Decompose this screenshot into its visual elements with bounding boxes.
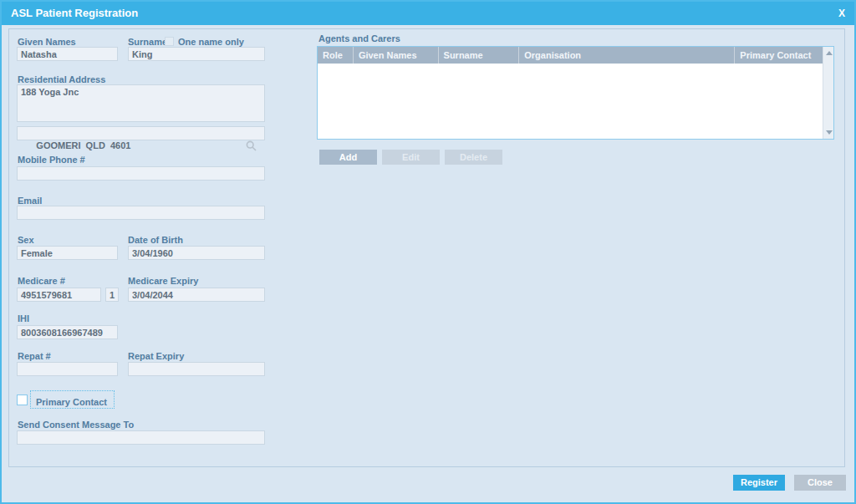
residential-address-input[interactable]: 188 Yoga Jnc [17,84,265,122]
primary-contact-focus-box: Primary Contact [30,390,115,409]
surname-label: Surname [128,37,167,47]
titlebar: ASL Patient Registration X [2,2,854,25]
medicare-irn-input[interactable] [105,288,119,302]
medicare-number-label: Medicare # [18,276,65,286]
repat-number-input[interactable] [17,362,118,376]
patient-registration-dialog: ASL Patient Registration X Given Names S… [0,0,856,504]
column-header-surname: Surname [439,47,520,64]
repat-expiry-input[interactable] [128,362,265,376]
medicare-number-input[interactable] [17,288,101,302]
one-name-only-checkbox[interactable] [165,37,174,46]
surname-input[interactable] [128,47,265,61]
agents-carers-body [318,64,823,139]
address-locality-field[interactable]: GOOMERI QLD 4601 [17,126,265,140]
medicare-expiry-input[interactable] [128,288,265,302]
edit-button[interactable]: Edit [382,150,440,165]
ihi-label: IHI [18,313,29,323]
send-consent-label: Send Consent Message To [18,420,134,430]
column-header-role: Role [318,47,354,64]
sex-label: Sex [18,235,34,245]
add-button[interactable]: Add [319,150,377,165]
send-consent-input[interactable] [17,430,265,445]
table-scrollbar[interactable] [823,47,833,139]
repat-number-label: Repat # [18,351,51,361]
given-names-label: Given Names [18,37,76,47]
agents-carers-title: Agents and Carers [318,33,400,43]
sex-input[interactable] [17,246,118,260]
scroll-up-icon[interactable] [826,51,833,55]
mobile-phone-input[interactable] [17,166,265,181]
register-button[interactable]: Register [733,475,785,491]
search-icon[interactable] [226,128,257,167]
ihi-input[interactable] [17,325,118,339]
agents-carers-table: Role Given Names Surname Organisation Pr… [317,46,834,140]
date-of-birth-label: Date of Birth [128,235,183,245]
primary-contact-checkbox[interactable] [17,395,28,405]
email-input[interactable] [17,206,265,220]
scroll-down-icon[interactable] [826,130,833,135]
mobile-phone-label: Mobile Phone # [18,155,85,165]
medicare-expiry-label: Medicare Expiry [128,276,198,286]
agents-carers-header-row: Role Given Names Surname Organisation Pr… [318,47,823,64]
one-name-only-label: One name only [178,37,244,47]
registration-panel: Given Names Surname One name only Reside… [8,28,845,467]
date-of-birth-input[interactable] [128,246,265,260]
given-names-input[interactable] [17,47,118,61]
dialog-title: ASL Patient Registration [11,2,138,25]
close-icon[interactable]: X [838,2,845,25]
repat-expiry-label: Repat Expiry [128,351,184,361]
column-header-given-names: Given Names [354,47,439,64]
close-button[interactable]: Close [794,475,846,491]
column-header-primary-contact: Primary Contact [735,47,823,64]
residential-address-label: Residential Address [18,74,105,84]
address-locality-value: GOOMERI QLD 4601 [36,140,130,150]
column-header-organisation: Organisation [519,47,735,64]
primary-contact-label: Primary Contact [36,397,107,407]
delete-button[interactable]: Delete [445,150,502,165]
email-label: Email [18,196,42,206]
